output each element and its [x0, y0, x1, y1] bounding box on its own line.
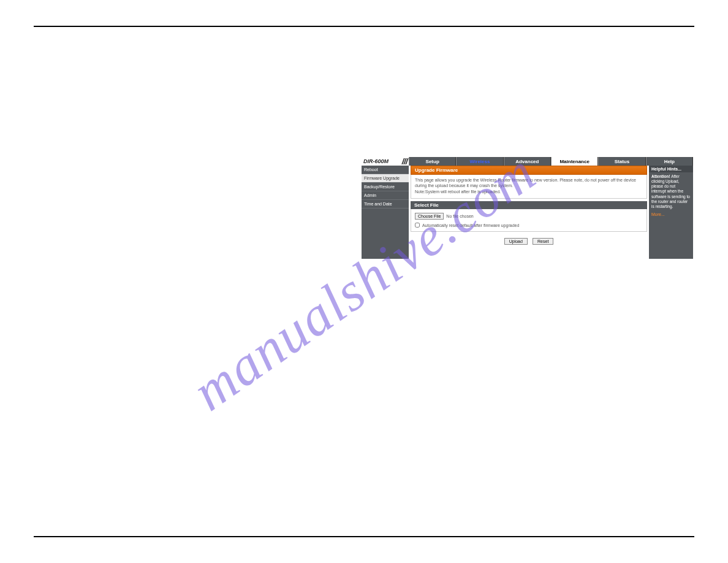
nav-wireless[interactable]: Wireless [456, 157, 503, 166]
sidebar-item-admin[interactable]: Admin [362, 191, 409, 200]
upload-button[interactable]: Upload [504, 238, 528, 245]
model-stripes-icon [403, 158, 408, 164]
file-input-row: Choose File No file chosen [415, 213, 643, 220]
router-admin-panel: DIR-600M Setup Wireless Advanced Mainten… [362, 157, 693, 259]
auto-reset-checkbox[interactable] [415, 223, 420, 228]
nav-setup[interactable]: Setup [409, 157, 456, 166]
nav-status[interactable]: Status [598, 157, 645, 166]
hints-body: Attention! After clicking Upload, please… [649, 172, 693, 211]
attention-text: After clicking Upload, please do not int… [651, 174, 690, 209]
attention-label: Attention! [651, 174, 670, 178]
page-bottom-rule [34, 536, 694, 537]
upgrade-description: This page allows you upgrade the Wireles… [411, 175, 647, 199]
page-top-rule [34, 26, 694, 27]
sidebar-item-firmware-upgrade[interactable]: Firmware Upgrade [362, 174, 409, 183]
hints-header: Helpful Hints... [649, 166, 693, 172]
model-text: DIR-600M [363, 158, 389, 164]
main-column: Upgrade Firmware This page allows you up… [409, 166, 649, 259]
hints-column: Helpful Hints... Attention! After clicki… [649, 166, 693, 259]
sidebar: Reboot Firmware Upgrade Backup/Restore A… [362, 166, 409, 259]
top-nav: DIR-600M Setup Wireless Advanced Mainten… [362, 157, 693, 166]
sidebar-item-backup-restore[interactable]: Backup/Restore [362, 183, 409, 191]
desc-line-2: Note:System will reboot after file is up… [415, 189, 643, 194]
desc-line-1: This page allows you upgrade the Wireles… [415, 177, 643, 189]
auto-reset-row: Automatically reset default after firmwa… [415, 223, 643, 228]
file-status-text: No file chosen [446, 214, 473, 218]
model-label: DIR-600M [362, 157, 409, 166]
select-file-header: Select File [411, 201, 647, 209]
nav-advanced[interactable]: Advanced [504, 157, 551, 166]
sidebar-item-time-date[interactable]: Time and Date [362, 200, 409, 209]
select-file-body: Choose File No file chosen Automatically… [411, 209, 647, 232]
sidebar-item-reboot[interactable]: Reboot [362, 166, 409, 174]
nav-help[interactable]: Help [646, 157, 693, 166]
auto-reset-label: Automatically reset default after firmwa… [422, 223, 519, 228]
body-row: Reboot Firmware Upgrade Backup/Restore A… [362, 166, 693, 259]
nav-maintenance[interactable]: Maintenance [551, 157, 598, 166]
reset-button[interactable]: Reset [533, 238, 553, 245]
action-buttons: Upload Reset [409, 236, 649, 248]
hints-more-link[interactable]: More... [649, 211, 693, 218]
choose-file-button[interactable]: Choose File [415, 213, 444, 220]
upgrade-firmware-header: Upgrade Firmware [411, 166, 647, 175]
